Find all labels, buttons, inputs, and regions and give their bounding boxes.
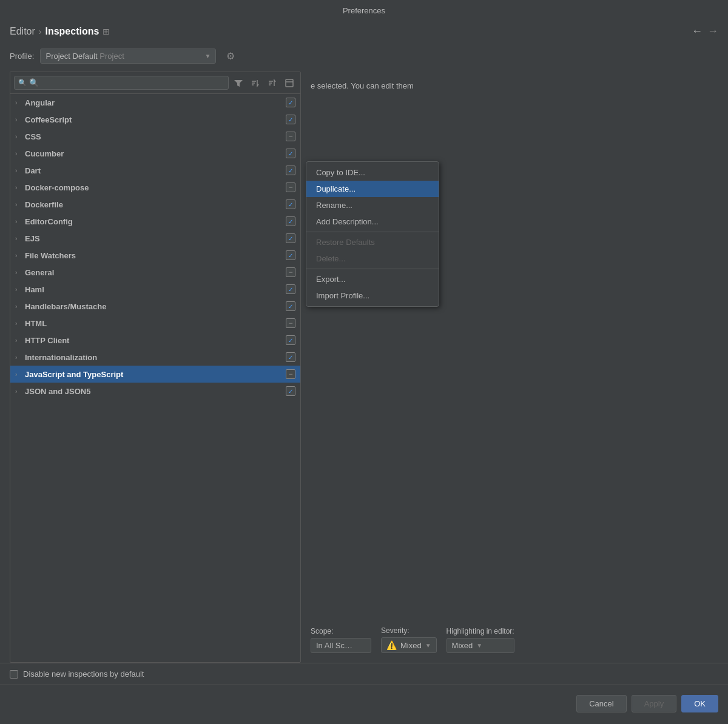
list-item[interactable]: › Angular (10, 94, 300, 111)
info-text: e selected. You can edit them (311, 81, 709, 90)
panel-area: 🔍 (10, 72, 718, 663)
item-checkbox-handlebars[interactable] (286, 301, 295, 311)
inspection-list[interactable]: › Angular › CoffeeScript › CSS (10, 94, 300, 662)
list-item[interactable]: › HTTP Client (10, 332, 300, 349)
item-checkbox-dart[interactable] (286, 166, 295, 175)
scope-value: In All Sc… (316, 641, 366, 650)
severity-value: Mixed (400, 641, 422, 650)
disable-label: Disable new inspections by default (23, 669, 144, 679)
item-checkbox-js-ts[interactable] (286, 369, 295, 379)
warning-icon: ⚠️ (386, 640, 397, 650)
list-item[interactable]: › Docker-compose (10, 179, 300, 196)
breadcrumb-editor[interactable]: Editor (10, 26, 35, 37)
breadcrumb-bar: Editor › Inspections ⊞ ← → (0, 20, 728, 42)
profile-dropdown-arrow: ▼ (205, 53, 211, 59)
list-item[interactable]: › CSS (10, 128, 300, 145)
item-checkbox-http-client[interactable] (286, 335, 295, 345)
list-item[interactable]: › JSON and JSON5 (10, 383, 300, 400)
item-checkbox-html[interactable] (286, 318, 295, 328)
item-checkbox-ejs[interactable] (286, 233, 295, 243)
collapse-button[interactable] (282, 77, 297, 89)
window-title: Preferences (343, 6, 385, 15)
profile-label: Profile: (10, 52, 34, 61)
svg-marker-0 (234, 80, 243, 87)
item-checkbox-editorconfig[interactable] (286, 216, 295, 226)
list-item[interactable]: › Dart (10, 162, 300, 179)
footer-bar: Cancel Apply OK (0, 685, 728, 722)
scope-label: Scope: (311, 627, 371, 635)
highlighting-group: Highlighting in editor: Mixed ▼ (447, 627, 514, 653)
list-item[interactable]: › Dockerfile (10, 196, 300, 213)
item-checkbox-internationalization[interactable] (286, 352, 295, 362)
item-checkbox-coffeescript[interactable] (286, 115, 295, 124)
cancel-button[interactable]: Cancel (576, 695, 626, 712)
search-input[interactable] (29, 78, 224, 87)
item-checkbox-angular[interactable] (286, 98, 295, 107)
highlighting-arrow: ▼ (476, 642, 482, 649)
severity-arrow: ▼ (425, 642, 431, 649)
title-bar: Preferences (0, 0, 728, 20)
list-item[interactable]: › Handlebars/Mustache (10, 298, 300, 315)
menu-separator (306, 232, 439, 232)
list-item[interactable]: › Haml (10, 281, 300, 298)
menu-restore-defaults: Restore Defaults (306, 234, 439, 250)
menu-add-description[interactable]: Add Description... (306, 213, 439, 230)
apply-button[interactable]: Apply (632, 695, 677, 712)
menu-export[interactable]: Export... (306, 271, 439, 287)
list-item[interactable]: › HTML (10, 315, 300, 332)
highlighting-value: Mixed (452, 641, 473, 650)
back-button[interactable]: ← (692, 25, 703, 38)
list-item[interactable]: › EditorConfig (10, 213, 300, 230)
sort-desc-button[interactable] (265, 77, 280, 89)
severity-label: Severity: (381, 626, 437, 635)
item-checkbox-haml[interactable] (286, 284, 295, 294)
profile-value: Project Default Project (46, 52, 124, 61)
list-item-selected[interactable]: › JavaScript and TypeScript (10, 366, 300, 383)
highlighting-dropdown[interactable]: Mixed ▼ (447, 638, 514, 653)
svg-rect-7 (286, 79, 293, 87)
search-icon: 🔍 (18, 79, 27, 87)
item-checkbox-docker-compose[interactable] (286, 183, 295, 192)
breadcrumb-separator: › (39, 27, 42, 36)
scope-dropdown[interactable]: In All Sc… (311, 638, 371, 653)
gear-button[interactable]: ⚙ (222, 47, 239, 64)
sort-asc-button[interactable] (248, 77, 263, 89)
menu-duplicate[interactable]: Duplicate... (306, 181, 439, 197)
item-checkbox-dockerfile[interactable] (286, 199, 295, 209)
list-item[interactable]: › EJS (10, 230, 300, 247)
search-input-wrap[interactable]: 🔍 (14, 76, 229, 90)
item-checkbox-general[interactable] (286, 267, 295, 277)
filter-button[interactable] (231, 77, 246, 89)
main-container: Editor › Inspections ⊞ ← → Profile: Proj… (0, 20, 728, 722)
list-item[interactable]: › Internationalization (10, 349, 300, 366)
disable-checkbox[interactable] (10, 670, 18, 679)
item-checkbox-json[interactable] (286, 386, 295, 396)
context-menu: Copy to IDE... Duplicate... Rename... Ad… (306, 161, 439, 307)
ok-button[interactable]: OK (681, 695, 718, 712)
list-item[interactable]: › CoffeeScript (10, 111, 300, 128)
severity-dropdown[interactable]: ⚠️ Mixed ▼ (381, 637, 437, 653)
list-item[interactable]: › Cucumber (10, 145, 300, 162)
breadcrumb-inspections: Inspections (45, 26, 99, 37)
forward-button[interactable]: → (707, 25, 718, 38)
item-checkbox-file-watchers[interactable] (286, 250, 295, 260)
list-item[interactable]: › File Watchers (10, 247, 300, 264)
menu-delete: Delete... (306, 250, 439, 267)
right-panel: e selected. You can edit them Scope: In … (301, 72, 718, 663)
breadcrumb-left: Editor › Inspections ⊞ (10, 26, 110, 37)
layout-icon: ⊞ (103, 27, 110, 36)
disable-checkbox-row: Disable new inspections by default (0, 663, 728, 685)
scope-group: Scope: In All Sc… (311, 627, 371, 653)
menu-rename[interactable]: Rename... (306, 197, 439, 213)
breadcrumb-nav: ← → (692, 25, 718, 38)
item-checkbox-css[interactable] (286, 132, 295, 141)
list-item[interactable]: › General (10, 264, 300, 281)
menu-import-profile[interactable]: Import Profile... (306, 287, 439, 304)
highlighting-label: Highlighting in editor: (447, 627, 514, 635)
left-panel: 🔍 (10, 72, 301, 663)
bottom-controls: Scope: In All Sc… Severity: ⚠️ Mixed ▼ (311, 617, 709, 653)
menu-copy-to-ide[interactable]: Copy to IDE... (306, 164, 439, 181)
profile-dropdown[interactable]: Project Default Project ▼ (40, 49, 216, 64)
item-checkbox-cucumber[interactable] (286, 149, 295, 158)
profile-row: Profile: Project Default Project ▼ ⚙ (10, 42, 718, 72)
